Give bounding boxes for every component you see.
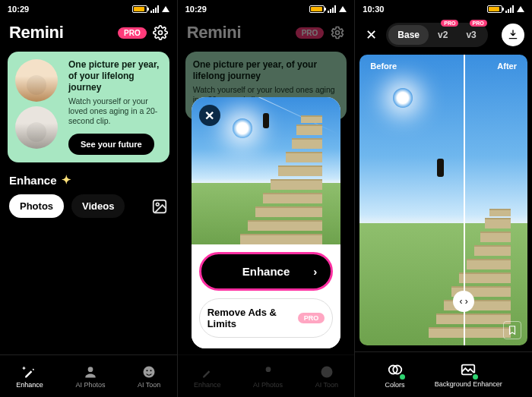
sparkle-icon: ✦ (62, 173, 71, 187)
close-icon[interactable]: ✕ (199, 105, 220, 126)
pro-badge: PRO (470, 20, 487, 27)
modal-overlay: ✕ Enhance › Remove Ads & Limits P (178, 0, 355, 397)
result-bottom-nav: Colors Background Enhancer (355, 351, 532, 397)
enhance-sheet: ✕ Enhance › Remove Ads & Limits P (192, 97, 341, 348)
tab-photos[interactable]: Photos (9, 194, 64, 218)
sheet-actions: Enhance › Remove Ads & Limits PRO (192, 244, 341, 348)
promo-faces (15, 59, 61, 155)
enhance-button[interactable]: Enhance › (199, 252, 334, 291)
status-bar: 10:30 (355, 0, 532, 18)
screen-2-enhance-sheet: 10:29 Remini PRO One picture per year, o… (177, 0, 355, 397)
svg-point-6 (150, 370, 152, 371)
settings-icon[interactable] (153, 25, 168, 40)
model-segmented-control: Base v2PRO v3PRO (386, 23, 487, 47)
seg-base[interactable]: Base (388, 25, 429, 45)
screen-1-home: 10:29 Remini PRO One picture per (0, 0, 177, 397)
ai-toon-icon (141, 364, 157, 380)
nav-background-enhancer[interactable]: Background Enhancer (435, 361, 502, 389)
gallery-picker-icon[interactable] (151, 198, 168, 215)
bookmark-icon[interactable] (503, 321, 521, 339)
before-label: Before (364, 59, 403, 73)
app-title: Remini (9, 23, 64, 43)
signal-icon (150, 5, 159, 13)
app-header: Remini PRO (0, 18, 177, 47)
promo-card[interactable]: One picture per year, of your lifelong j… (8, 52, 169, 162)
result-header: ✕ Base v2PRO v3PRO (355, 18, 532, 52)
background-enhancer-icon (459, 361, 477, 379)
after-label: After (491, 59, 523, 73)
before-after-compare[interactable]: Before After ‹ › (359, 55, 527, 345)
media-tabs: Photos Videos (0, 190, 177, 225)
pro-badge: PRO (441, 20, 458, 27)
svg-point-4 (144, 366, 155, 377)
seg-v3[interactable]: v3PRO (457, 25, 485, 45)
seg-v2[interactable]: v2PRO (429, 25, 457, 45)
face-young (15, 59, 58, 102)
three-phone-layout: 10:29 Remini PRO One picture per (0, 0, 532, 397)
face-old (15, 106, 58, 149)
nav-enhance[interactable]: Enhance (16, 364, 43, 389)
tab-videos[interactable]: Videos (71, 194, 125, 218)
svg-point-3 (88, 367, 93, 372)
svg-point-5 (147, 370, 148, 371)
colors-icon (386, 361, 404, 379)
nav-colors[interactable]: Colors (385, 361, 405, 389)
close-icon[interactable]: ✕ (363, 27, 380, 43)
wifi-icon (517, 6, 524, 12)
person-silhouette (437, 159, 444, 177)
check-badge-icon (398, 373, 407, 381)
enhance-section-label: Enhance ✦ (0, 170, 177, 190)
status-bar: 10:29 (0, 0, 177, 18)
svg-point-2 (156, 203, 159, 206)
pro-badge[interactable]: PRO (118, 27, 147, 39)
nav-ai-photos[interactable]: AI Photos (75, 364, 105, 389)
battery-icon (487, 5, 502, 13)
screen-3-result: 10:30 ✕ Base v2PRO v3PRO Before After (354, 0, 532, 397)
signal-icon (505, 5, 514, 13)
pro-badge: PRO (298, 313, 325, 323)
battery-icon (132, 5, 147, 13)
see-future-button[interactable]: See your future (68, 134, 154, 155)
chevron-right-icon: › (313, 265, 317, 278)
bottom-nav: Enhance AI Photos AI Toon (0, 354, 177, 397)
svg-point-0 (158, 31, 162, 35)
status-time: 10:29 (8, 5, 29, 14)
nav-ai-toon[interactable]: AI Toon (138, 364, 160, 389)
person-silhouette (263, 113, 269, 128)
remove-ads-button[interactable]: Remove Ads & Limits PRO (199, 298, 334, 338)
status-time: 10:30 (363, 5, 384, 14)
compare-handle-icon[interactable]: ‹ › (453, 291, 474, 312)
ai-photos-icon (83, 364, 98, 380)
download-icon[interactable] (502, 24, 524, 46)
promo-sub: Watch yourself or your loved ones aging … (68, 96, 162, 126)
wand-icon (22, 364, 37, 380)
wifi-icon (162, 6, 169, 12)
promo-title: One picture per year, of your lifelong j… (68, 59, 162, 93)
status-right (132, 5, 169, 13)
